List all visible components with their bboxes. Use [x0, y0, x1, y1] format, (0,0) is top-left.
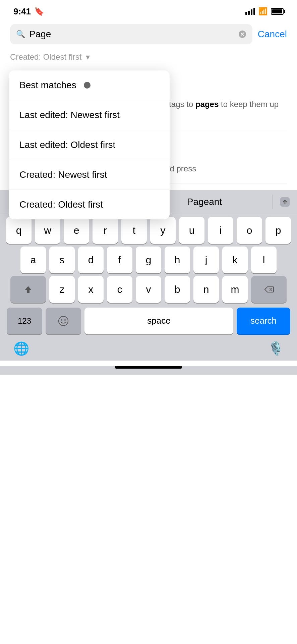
sort-dropdown-menu: Best matches Last edited: Newest first L… [9, 70, 170, 219]
search-input[interactable] [29, 29, 234, 40]
cancel-button[interactable]: Cancel [258, 29, 287, 40]
key-d[interactable]: d [78, 247, 104, 273]
keyboard: q w e r t y u i o p a s d f g h j k l z … [0, 214, 297, 338]
key-s[interactable]: s [49, 247, 75, 273]
key-h[interactable]: h [165, 247, 190, 273]
arrow-up-icon [280, 197, 290, 207]
signal-icon [245, 8, 255, 15]
keyboard-bottom-row: 123 space search [0, 303, 297, 334]
keyboard-row-3: z x c v b n m [0, 273, 297, 303]
numbers-key[interactable]: 123 [7, 308, 42, 334]
status-bar: 9:41 🔖 📶 [0, 0, 297, 20]
space-key[interactable]: space [84, 308, 233, 334]
clear-search-button[interactable] [238, 30, 246, 38]
key-y[interactable]: y [150, 217, 176, 244]
delete-key[interactable] [251, 276, 287, 303]
key-p[interactable]: p [265, 217, 291, 244]
home-indicator [115, 366, 182, 369]
keyboard-row-2: a s d f g h j k l [0, 244, 297, 273]
svg-point-3 [61, 319, 62, 321]
key-u[interactable]: u [179, 217, 204, 244]
chevron-down-icon: ▾ [86, 52, 90, 61]
search-input-wrapper[interactable]: 🔍 [10, 24, 252, 44]
search-key[interactable]: search [237, 308, 290, 334]
svg-point-2 [59, 316, 68, 326]
key-t[interactable]: t [121, 217, 147, 244]
key-w[interactable]: w [35, 217, 60, 244]
key-c[interactable]: c [107, 276, 132, 303]
key-z[interactable]: z [49, 276, 75, 303]
emoji-icon [58, 315, 69, 327]
key-l[interactable]: l [251, 247, 277, 273]
key-n[interactable]: n [193, 276, 219, 303]
selected-indicator [84, 82, 91, 89]
x-circle-icon [238, 30, 246, 38]
key-m[interactable]: m [222, 276, 248, 303]
search-magnifier-icon: 🔍 [16, 30, 25, 39]
key-k[interactable]: k [222, 247, 248, 273]
key-r[interactable]: r [93, 217, 118, 244]
key-v[interactable]: v [136, 276, 161, 303]
shift-key[interactable] [10, 276, 46, 303]
key-i[interactable]: i [208, 217, 233, 244]
key-o[interactable]: o [237, 217, 262, 244]
microphone-icon[interactable]: 🎙️ [268, 341, 284, 356]
shift-icon [23, 285, 33, 294]
key-j[interactable]: j [193, 247, 219, 273]
key-a[interactable]: a [20, 247, 46, 273]
globe-icon[interactable]: 🌐 [13, 341, 29, 356]
dropdown-item-created-oldest[interactable]: Created: Oldest first [9, 190, 170, 219]
backspace-icon [263, 285, 274, 294]
dropdown-item-last-edited-newest[interactable]: Last edited: Newest first [9, 100, 170, 130]
dropdown-item-best-matches[interactable]: Best matches [9, 70, 170, 100]
key-q[interactable]: q [6, 217, 32, 244]
sort-label[interactable]: Created: Oldest first ▾ [0, 48, 297, 66]
emoji-key[interactable] [46, 308, 81, 334]
dropdown-item-last-edited-oldest[interactable]: Last edited: Oldest first [9, 130, 170, 160]
bookmark-icon: 🔖 [34, 7, 44, 16]
key-e[interactable]: e [64, 217, 89, 244]
dropdown-item-created-newest[interactable]: Created: Newest first [9, 160, 170, 190]
wifi-icon: 📶 [258, 7, 268, 16]
key-f[interactable]: f [107, 247, 132, 273]
autocomplete-arrow-button[interactable] [273, 190, 297, 214]
battery-icon [271, 8, 284, 15]
svg-point-4 [64, 319, 66, 321]
key-g[interactable]: g [136, 247, 161, 273]
key-x[interactable]: x [78, 276, 104, 303]
status-icons: 📶 [245, 7, 284, 16]
status-time: 9:41 [13, 6, 31, 17]
key-b[interactable]: b [165, 276, 190, 303]
search-bar-area: 🔍 Cancel [0, 20, 297, 48]
